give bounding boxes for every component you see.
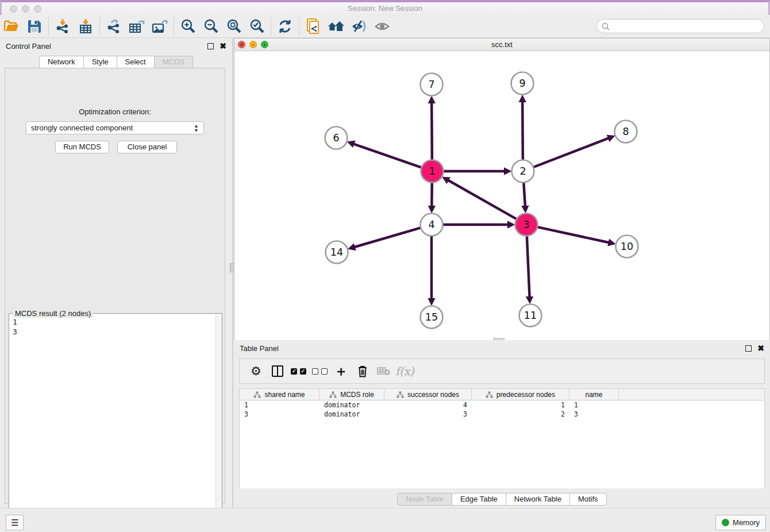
- close-panel-button[interactable]: Close panel: [117, 141, 177, 153]
- run-mcds-button[interactable]: Run MCDS: [55, 141, 109, 153]
- app-titlebar[interactable]: Session: New Session: [0, 0, 770, 15]
- network-from-file-icon[interactable]: [302, 17, 325, 36]
- graph-edge-4-14[interactable]: [353, 228, 421, 247]
- table-cell: 1: [472, 400, 569, 410]
- graph-node-2[interactable]: 2: [512, 160, 534, 183]
- network-canvas[interactable]: 7968124314101511: [234, 51, 769, 340]
- graph-edge-3-1[interactable]: [448, 180, 517, 219]
- graph-node-11[interactable]: 11: [519, 304, 542, 327]
- graph-edge-2-9[interactable]: [522, 101, 523, 160]
- zoom-in-icon[interactable]: [176, 17, 199, 36]
- graph-node-14[interactable]: 14: [326, 241, 348, 264]
- table-cell: dominator: [319, 410, 384, 419]
- import-table-icon[interactable]: [74, 17, 97, 36]
- add-column-icon[interactable]: ＋: [330, 361, 352, 381]
- window-minimize-button[interactable]: [22, 5, 29, 13]
- open-folder-icon[interactable]: [0, 17, 23, 36]
- refresh-layout-icon[interactable]: [274, 17, 297, 36]
- network-maximize-button[interactable]: ＋: [261, 41, 268, 48]
- zoom-fit-icon[interactable]: [222, 17, 245, 36]
- search-input[interactable]: [613, 22, 764, 30]
- column-header-shared-name[interactable]: shared name: [240, 389, 319, 400]
- tab-select[interactable]: Select: [117, 56, 155, 68]
- tab-network[interactable]: Network: [39, 56, 84, 68]
- graph-node-6[interactable]: 6: [325, 127, 348, 149]
- table-toolbar: ⚙ ✓ ✓ ＋ f(x): [239, 358, 765, 384]
- save-icon[interactable]: [23, 17, 46, 36]
- graph-node-1[interactable]: 1: [421, 160, 444, 183]
- graph-edge-1-7[interactable]: [432, 102, 432, 160]
- graph-edge-1-6[interactable]: [353, 144, 422, 168]
- network-view-window: ✕ − ＋ scc.txt 7968124314101511: [234, 38, 770, 340]
- hide-eye-icon[interactable]: [348, 17, 371, 36]
- main-toolbar: [0, 15, 770, 38]
- function-builder-icon: f(x): [394, 361, 415, 381]
- delete-icon[interactable]: [352, 361, 373, 381]
- graph-edge-3-11[interactable]: [527, 236, 530, 298]
- show-eye-icon[interactable]: [371, 17, 394, 36]
- network-close-button[interactable]: ✕: [238, 41, 245, 48]
- search-icon: [602, 22, 610, 30]
- toolbar-separator: [299, 18, 299, 35]
- export-table-icon[interactable]: [125, 17, 148, 36]
- table-row[interactable]: 3dominator323: [240, 410, 764, 419]
- svg-text:8: 8: [622, 126, 629, 137]
- task-history-button[interactable]: ☰: [6, 515, 24, 530]
- table-row[interactable]: 1dominator411: [240, 400, 764, 410]
- tab-network-table[interactable]: Network Table: [506, 493, 570, 506]
- network-title: scc.txt: [234, 38, 769, 51]
- float-panel-icon[interactable]: [207, 43, 214, 49]
- graph-node-10[interactable]: 10: [616, 236, 638, 258]
- zoom-out-icon[interactable]: [199, 17, 222, 36]
- graph-edge-2-3[interactable]: [523, 182, 525, 207]
- graph-node-8[interactable]: 8: [615, 121, 637, 143]
- graph-node-9[interactable]: 9: [511, 72, 534, 95]
- column-header-predecessor-nodes[interactable]: predecessor nodes: [472, 389, 569, 400]
- network-window-titlebar[interactable]: ✕ − ＋ scc.txt: [234, 38, 769, 51]
- column-header-MCDS-role[interactable]: MCDS role: [319, 389, 384, 400]
- graph-node-15[interactable]: 15: [421, 306, 443, 329]
- result-scrollbar[interactable]: [215, 314, 222, 530]
- memory-button[interactable]: Memory: [715, 515, 766, 530]
- select-all-checkboxes-icon[interactable]: ✓ ✓: [288, 361, 309, 381]
- optimization-criterion-label: Optimization criterion:: [5, 107, 225, 116]
- graph-node-7[interactable]: 7: [421, 74, 443, 96]
- column-view-icon[interactable]: [267, 361, 288, 381]
- svg-text:11: 11: [524, 310, 537, 321]
- table-panel-title: Table Panel: [240, 344, 279, 353]
- export-image-icon[interactable]: [148, 17, 171, 36]
- tab-motifs[interactable]: Motifs: [570, 493, 607, 506]
- tab-style[interactable]: Style: [84, 56, 117, 68]
- svg-text:2: 2: [519, 165, 526, 177]
- tab-edge-table[interactable]: Edge Table: [452, 493, 506, 506]
- table-cell: 1: [569, 400, 619, 410]
- gear-icon[interactable]: ⚙: [245, 361, 267, 381]
- svg-text:9: 9: [519, 78, 525, 89]
- column-header-successor-nodes[interactable]: successor nodes: [384, 389, 472, 400]
- search-box[interactable]: [596, 19, 764, 33]
- zoom-selected-icon[interactable]: [245, 17, 268, 36]
- graph-node-4[interactable]: 4: [421, 214, 443, 236]
- delete-table-icon: [373, 361, 394, 381]
- close-panel-icon[interactable]: ✖: [220, 43, 226, 49]
- graph-edge-2-8[interactable]: [533, 138, 609, 167]
- tab-mcds[interactable]: MCDS: [155, 56, 193, 68]
- mcds-result-text[interactable]: 1 3: [9, 316, 215, 530]
- close-table-panel-icon[interactable]: ✖: [757, 345, 764, 352]
- float-table-panel-icon[interactable]: [745, 345, 752, 352]
- window-zoom-button[interactable]: [34, 5, 41, 13]
- network-minimize-button[interactable]: −: [249, 41, 257, 48]
- optimization-criterion-dropdown[interactable]: strongly connected component ▲▼: [26, 121, 204, 134]
- import-network-icon[interactable]: [51, 17, 74, 36]
- graph-node-3[interactable]: 3: [515, 214, 538, 236]
- export-network-icon[interactable]: [102, 17, 125, 36]
- deselect-all-checkboxes-icon[interactable]: [309, 361, 330, 381]
- tab-node-table[interactable]: Node Table: [397, 493, 452, 506]
- column-header-name[interactable]: name: [569, 389, 619, 400]
- window-close-button[interactable]: [10, 5, 17, 13]
- table-tabs: Node TableEdge TableNetwork TableMotifs: [234, 493, 770, 506]
- status-bar: ☰ Memory: [0, 508, 770, 532]
- home-icon[interactable]: [325, 17, 348, 36]
- graph-edge-3-10[interactable]: [537, 227, 610, 242]
- table-cell: 1: [240, 400, 319, 410]
